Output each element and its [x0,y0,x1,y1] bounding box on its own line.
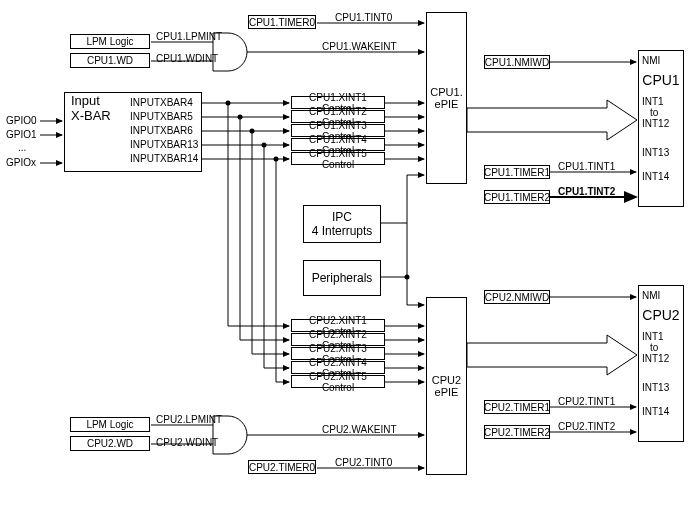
cpu2-epie: CPU2 ePIE [426,297,467,475]
cpu1-tint2: CPU1.TINT2 [558,186,615,197]
gpio-dots: ... [18,142,26,153]
cpu1-timer0-label: CPU1.TIMER0 [249,17,315,28]
cpu2-wakeint: CPU2.WAKEINT [322,424,397,435]
cpu1-epie-b: ePIE [435,98,459,110]
cpu1-xint5-label: CPU1.XINT5 Control [292,148,384,170]
cpu2-int12: INT12 [642,353,680,364]
cpu2-timer2: CPU2.TIMER2 [484,425,550,439]
cpu2-to: to [642,342,680,353]
cpu1-nmi: NMI [642,55,680,66]
gpio0-label: GPIO0 [6,115,37,126]
cpu1-timer0: CPU1.TIMER0 [248,15,316,29]
cpu2-timer0: CPU2.TIMER0 [248,460,316,474]
cpu2-int1: INT1 [642,331,680,342]
xbar-out13: INPUTXBAR13 [130,139,198,150]
cpu1-timer2: CPU1.TIMER2 [484,190,550,204]
ipc-label-b: 4 Interrupts [312,224,373,238]
cpu2-wd: CPU2.WD [70,436,150,451]
cpu1-wd: CPU1.WD [70,53,150,68]
cpu1-timer1: CPU1.TIMER1 [484,165,550,179]
cpu2-int14: INT14 [642,406,680,417]
cpu2-timer0-label: CPU2.TIMER0 [249,462,315,473]
cpu2-block: NMI CPU2 INT1 to INT12 INT13 INT14 [638,285,684,442]
gpio1-label: GPIO1 [6,129,37,140]
cpu1-to: to [642,107,680,118]
cpu1-tint0: CPU1.TINT0 [335,12,392,23]
cpu2-timer1: CPU2.TIMER1 [484,400,550,414]
cpu2-epie-b: ePIE [435,386,459,398]
cpu2-nmiwd-label: CPU2.NMIWD [485,292,549,303]
cpu1-title: CPU1 [642,72,680,88]
cpu1-nmiwd-label: CPU1.NMIWD [485,57,549,68]
xbar-out4: INPUTXBAR4 [130,97,193,108]
cpu2-lpm-label: LPM Logic [86,419,133,430]
cpu2-tint2: CPU2.TINT2 [558,421,615,432]
xbar-title-a: Input [71,93,100,108]
cpu1-lpm-label: LPM Logic [86,36,133,47]
peripherals-block: Peripherals [303,260,381,296]
cpu2-nmi: NMI [642,290,680,301]
xbar-out14: INPUTXBAR14 [130,153,198,164]
cpu1-wakeint: CPU1.WAKEINT [322,41,397,52]
cpu1-timer1-label: CPU1.TIMER1 [484,167,550,178]
ipc-label-a: IPC [332,210,352,224]
cpu1-block: NMI CPU1 INT1 to INT12 INT13 INT14 [638,50,684,207]
cpu1-int13: INT13 [642,147,680,158]
cpu2-epie-a: CPU2 [432,374,461,386]
cpu2-lpm-logic: LPM Logic [70,417,150,432]
cpu1-wd-label: CPU1.WD [87,55,133,66]
gpiox-label: GPIOx [6,157,36,168]
cpu1-xint5: CPU1.XINT5 Control [291,152,385,165]
xbar-out5: INPUTXBAR5 [130,111,193,122]
xbar-out6: INPUTXBAR6 [130,125,193,136]
cpu1-nmiwd: CPU1.NMIWD [484,55,550,69]
cpu1-int12: INT12 [642,118,680,129]
cpu1-epie: CPU1. ePIE [426,12,467,184]
cpu2-lpmint: CPU2.LPMINT [156,414,222,425]
cpu2-title: CPU2 [642,307,680,323]
xbar-title-b: X-BAR [71,108,111,123]
peripherals-label: Peripherals [312,271,373,285]
cpu1-timer2-label: CPU1.TIMER2 [484,192,550,203]
cpu1-wdint: CPU1.WDINT [156,53,218,64]
cpu2-xint5-label: CPU2.XINT5 Control [292,371,384,393]
cpu2-xint5: CPU2.XINT5 Control [291,375,385,388]
cpu1-tint1: CPU1.TINT1 [558,161,615,172]
cpu1-int14: INT14 [642,171,680,182]
cpu1-lpmint: CPU1.LPMINT [156,31,222,42]
cpu1-int1: INT1 [642,96,680,107]
cpu1-lpm-logic: LPM Logic [70,34,150,49]
cpu2-timer1-label: CPU2.TIMER1 [484,402,550,413]
cpu2-int13: INT13 [642,382,680,393]
cpu2-nmiwd: CPU2.NMIWD [484,290,550,304]
cpu2-wdint: CPU2.WDINT [156,437,218,448]
cpu2-wd-label: CPU2.WD [87,438,133,449]
cpu1-epie-a: CPU1. [430,86,462,98]
cpu2-timer2-label: CPU2.TIMER2 [484,427,550,438]
cpu2-tint0: CPU2.TINT0 [335,457,392,468]
cpu2-tint1: CPU2.TINT1 [558,396,615,407]
ipc-block: IPC 4 Interrupts [303,205,381,243]
